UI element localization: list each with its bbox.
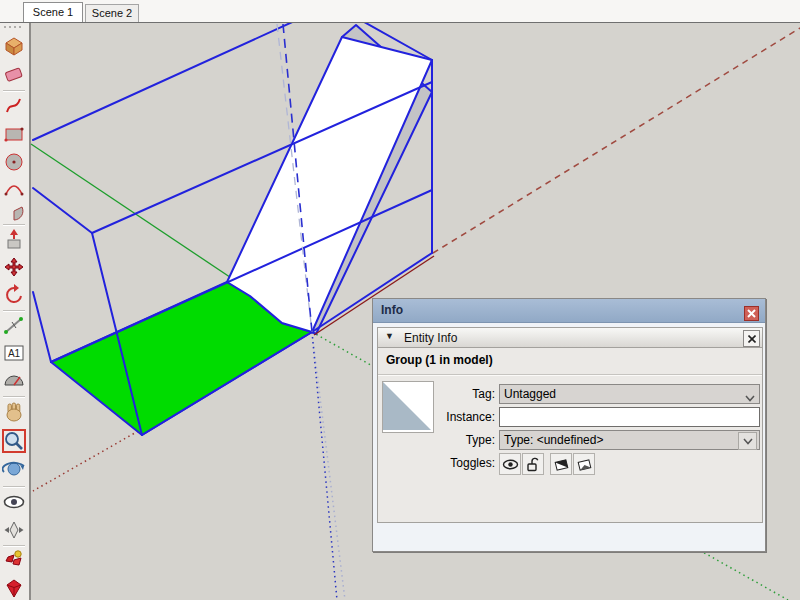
pie-icon <box>2 199 26 223</box>
eraser-tool-button[interactable] <box>2 62 27 87</box>
ruby-console-button[interactable] <box>2 577 27 600</box>
rectangle-icon <box>2 122 26 146</box>
panel-title: Info <box>381 303 403 317</box>
info-panel-titlebar[interactable]: Info <box>373 299 765 323</box>
cast-shadows-toggle-button[interactable] <box>573 453 595 475</box>
move-icon <box>2 255 26 279</box>
text-tool-button[interactable]: A1 <box>2 341 27 366</box>
move-tool-button[interactable] <box>2 255 27 280</box>
entity-info-content: Group (1 in model) Tag: Untagged Instanc… <box>377 348 763 523</box>
circle-icon <box>2 150 26 174</box>
rectangle-tool-button[interactable] <box>2 122 27 147</box>
zoom-tool-button[interactable] <box>2 429 27 454</box>
eye-icon <box>2 490 26 514</box>
toolbar-separator <box>3 90 25 92</box>
entity-info-title: Entity Info <box>404 331 457 345</box>
entity-info-header[interactable]: ▼ Entity Info <box>377 327 763 348</box>
entity-close-icon[interactable] <box>743 330 760 347</box>
toolbar-grip-handle[interactable] <box>4 26 24 30</box>
sketchup-window: Scene 1 Scene 2 A1 <box>0 0 800 600</box>
orbit-tool-button[interactable] <box>2 457 27 482</box>
tag-label: Tag: <box>378 384 495 404</box>
tab-scene-1[interactable]: Scene 1 <box>23 2 83 22</box>
tag-dropdown[interactable]: Untagged <box>499 384 760 404</box>
tape-measure-icon <box>2 313 26 337</box>
pan-tool-button[interactable] <box>2 400 27 425</box>
extensions-gems-icon <box>2 548 26 572</box>
close-icon[interactable] <box>744 306 759 321</box>
circle-tool-button[interactable] <box>2 150 27 175</box>
hide-toggle-button[interactable] <box>499 453 521 475</box>
extensions-button[interactable] <box>2 548 27 573</box>
look-around-tool-button[interactable] <box>2 490 27 515</box>
freehand-tool-button[interactable] <box>2 94 27 119</box>
lock-toggle-button[interactable] <box>522 453 544 475</box>
type-value: Type: <undefined> <box>504 433 603 447</box>
arc-tool-button[interactable] <box>2 176 27 201</box>
protractor-tool-button[interactable] <box>2 369 27 394</box>
pie-tool-button[interactable] <box>2 199 27 224</box>
push-pull-tool-button[interactable] <box>2 227 27 252</box>
toolbar-separator <box>3 310 25 312</box>
freehand-icon <box>2 94 26 118</box>
unlock-icon <box>525 456 542 473</box>
chevron-down-icon <box>738 432 757 450</box>
select-tool-button[interactable] <box>2 34 27 59</box>
cast-shadows-icon <box>576 456 593 473</box>
toolbar-separator <box>3 545 25 547</box>
protractor-icon <box>2 369 26 393</box>
walk-tool-button[interactable] <box>2 518 27 543</box>
tape-measure-tool-button[interactable] <box>2 313 27 338</box>
orbit-icon <box>2 457 26 481</box>
ruby-gem-icon <box>2 577 26 600</box>
push-pull-icon <box>2 227 26 251</box>
tool-palette: A1 <box>0 23 30 600</box>
group-title: Group (1 in model) <box>386 353 493 367</box>
receive-shadows-toggle-button[interactable] <box>550 453 572 475</box>
toolbar-separator <box>3 224 25 226</box>
chevron-down-icon <box>745 389 755 407</box>
info-panel: Info ▼ Entity Info Group (1 in model) Ta… <box>372 298 766 552</box>
eye-icon <box>502 456 519 473</box>
arc-icon <box>2 176 26 200</box>
instance-label: Instance: <box>378 407 495 427</box>
scene-tab-bar: Scene 1 Scene 2 <box>0 0 800 22</box>
collapse-caret-icon[interactable]: ▼ <box>385 331 394 341</box>
rotate-icon <box>2 283 26 307</box>
separator <box>378 374 762 376</box>
toggles-label: Toggles: <box>378 453 495 473</box>
instance-input[interactable] <box>499 407 760 427</box>
rotate-tool-button[interactable] <box>2 283 27 308</box>
type-dropdown[interactable]: Type: <undefined> <box>499 430 760 450</box>
tag-value: Untagged <box>504 387 556 401</box>
toolbar-separator <box>3 396 25 398</box>
toolbar-separator <box>3 486 25 488</box>
receive-shadows-icon <box>553 456 570 473</box>
eraser-icon <box>2 62 26 86</box>
a1-label: A1 <box>8 348 21 359</box>
pan-hand-icon <box>2 400 26 424</box>
zoom-magnifier-icon <box>2 429 26 453</box>
tab-scene-2[interactable]: Scene 2 <box>85 4 139 22</box>
text-a1-icon: A1 <box>2 341 26 365</box>
walk-icon <box>2 518 26 542</box>
select-cube-icon <box>2 34 26 58</box>
type-label: Type: <box>378 430 495 450</box>
